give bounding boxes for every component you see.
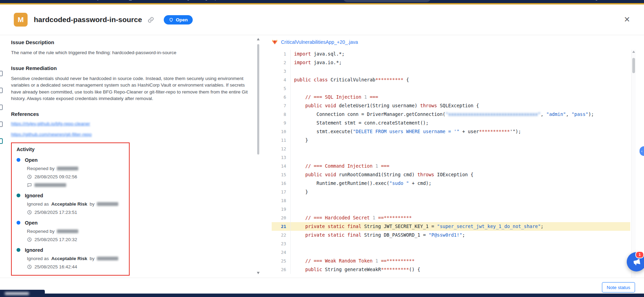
reference-link[interactable]: https://rtyley.github.io/bfg-repo-cleane…	[11, 121, 90, 126]
tenant-selector[interactable]: Tenant: XPLAT.DEV.TEST.ORG▾	[468, 0, 537, 3]
scroll-up-arrow[interactable]	[257, 38, 260, 40]
search-input[interactable]: Search	[343, 0, 431, 2]
line-number[interactable]: 21	[272, 222, 290, 231]
code-line: 22 private static final String DB_PASSWO…	[272, 231, 630, 239]
status-badge-label: Open	[176, 17, 188, 22]
line-number[interactable]: 24	[272, 248, 290, 257]
note-status-button[interactable]: Note status	[602, 282, 635, 293]
code-line: 18	[272, 196, 630, 205]
code-text	[290, 145, 630, 153]
code-filename-link[interactable]: CriticalVulnerabilitiesApp_+20_.java	[281, 39, 358, 45]
code-text: stmt.execute("DELETE FROM users WHERE us…	[290, 127, 630, 136]
clock-icon	[27, 237, 32, 242]
code-line: 4public class CriticalVulnerab**********…	[272, 76, 630, 84]
code-line: 5	[272, 84, 630, 93]
line-number[interactable]: 2	[272, 58, 290, 67]
brand-logo[interactable]: FPT CLOUD	[18, 0, 53, 3]
code-line: 16 Runtime.getRuntime().exec("sudo " + c…	[272, 179, 630, 188]
search-placeholder: Search	[354, 0, 369, 0]
code-text: Statement stmt = conn.createStatement();	[290, 119, 630, 127]
line-number[interactable]: 22	[272, 231, 290, 239]
activity-item: IgnoredIgnored asAcceptable Riskby25/08/…	[17, 193, 124, 215]
line-number[interactable]: 3	[272, 67, 290, 76]
line-number[interactable]: 15	[272, 170, 290, 179]
sidebar-icon[interactable]	[0, 88, 3, 93]
line-number[interactable]: 26	[272, 265, 290, 274]
line-number[interactable]: 13	[272, 153, 290, 162]
activity-status-label: Ignored	[25, 193, 43, 198]
line-number[interactable]: 25	[272, 257, 290, 265]
copy-link-icon[interactable]	[148, 17, 154, 23]
code-line: 3	[272, 67, 630, 76]
code-line: 25 // === Weak Random Token 1 ==********…	[272, 257, 630, 265]
activity-timestamp: 25/08/2025 17:20:32	[34, 237, 77, 242]
activity-item: OpenReopened by25/08/2025 17:20:32	[17, 220, 124, 242]
sidebar-icon[interactable]	[0, 71, 3, 76]
left-scrollbar[interactable]	[257, 38, 260, 274]
issue-description-heading: Issue Description	[11, 39, 254, 45]
activity-timestamp: 25/08/2025 16:42:44	[34, 264, 77, 269]
line-number[interactable]: 17	[272, 188, 290, 196]
status-badge[interactable]: Open	[164, 15, 193, 24]
comment-icon	[27, 182, 32, 188]
project-selector-label: Project: PROJECT_XPL...	[90, 0, 144, 0]
code-line: 26 public String generateWeakR**********…	[272, 265, 630, 274]
line-number[interactable]: 23	[272, 239, 290, 248]
line-number[interactable]: 19	[272, 205, 290, 214]
scroll-up-arrow[interactable]	[632, 51, 635, 53]
line-number[interactable]: 18	[272, 196, 290, 205]
code-line: 8 Connection conn = DriverManager.getCon…	[272, 110, 630, 119]
risk-label: Acceptable Risk	[51, 201, 87, 207]
sidebar-icon-security[interactable]	[0, 138, 3, 144]
code-scrollbar[interactable]	[631, 50, 636, 278]
line-number[interactable]: 5	[272, 84, 290, 93]
reference-link[interactable]: https://github.com/newren/git-filter-rep…	[11, 132, 92, 137]
code-text	[290, 67, 630, 76]
line-number[interactable]: 8	[272, 110, 290, 119]
line-number[interactable]: 7	[272, 101, 290, 110]
language-selector[interactable]: English▾	[583, 0, 608, 3]
line-number[interactable]: 20	[272, 214, 290, 222]
code-scrollbar-thumb[interactable]	[632, 58, 635, 73]
clock-icon	[27, 210, 32, 215]
code-text: import java.io.*;	[290, 58, 630, 67]
activity-status-label: Open	[25, 220, 38, 226]
modal-header: M hardcoded-password-in-source Open ✕	[0, 4, 644, 35]
activity-action-text: Reopened by	[27, 166, 54, 171]
line-number[interactable]: 10	[272, 127, 290, 136]
issue-remediation-heading: Issue Remediation	[11, 65, 254, 71]
side-drawer-handle[interactable]: ‹	[640, 146, 644, 156]
line-number[interactable]: 12	[272, 145, 290, 153]
status-dot	[17, 248, 20, 252]
line-number[interactable]: 9	[272, 119, 290, 127]
code-text: }	[290, 136, 630, 145]
sidebar-icon[interactable]	[0, 121, 3, 127]
line-number[interactable]: 11	[272, 136, 290, 145]
code-text: private static final String JWT_SECRET_K…	[290, 222, 630, 231]
severity-badge: M	[14, 13, 28, 27]
region-selector[interactable]: Region: Saigon (Vietn...▾	[181, 0, 234, 3]
code-text	[290, 84, 630, 93]
left-scrollbar-thumb[interactable]	[257, 44, 259, 155]
activity-timestamp: 28/08/2025 09:02:56	[34, 174, 77, 179]
announcements-button[interactable]: 1	[627, 252, 644, 271]
sidebar-icon[interactable]	[0, 105, 3, 110]
code-line: 11 }	[272, 136, 630, 145]
line-number[interactable]: 16	[272, 179, 290, 188]
page-title: hardcoded-password-in-source	[34, 16, 142, 24]
activity-item: OpenReopened by28/08/2025 09:02:56	[17, 157, 124, 188]
code-text: // === SQL Injection 1 ===	[290, 93, 630, 101]
activity-status-label: Ignored	[25, 247, 43, 253]
line-number[interactable]: 6	[272, 93, 290, 101]
close-button[interactable]: ✕	[624, 16, 630, 23]
line-number[interactable]: 4	[272, 76, 290, 84]
navbar-close-icon[interactable]: ✕	[7, 0, 11, 3]
code-text: private static final String DB_PASSWORD_…	[290, 231, 630, 239]
code-line: 12	[272, 145, 630, 153]
scroll-down-arrow[interactable]	[257, 272, 260, 274]
project-selector[interactable]: Project: PROJECT_XPL...▾	[90, 0, 148, 3]
region-selector-label: Region: Saigon (Vietn...	[181, 0, 230, 0]
line-number[interactable]: 1	[272, 50, 290, 58]
line-number[interactable]: 14	[272, 162, 290, 170]
code-text: public void deleteUser1(String username)…	[290, 101, 630, 110]
